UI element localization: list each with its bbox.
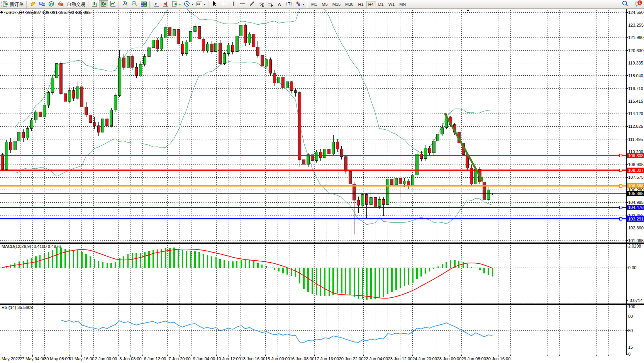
trendline-button[interactable]	[247, 0, 256, 8]
rsi-scale-label: 0	[628, 352, 630, 356]
notifications-button[interactable]: 1	[633, 1, 641, 8]
timeframe-W1[interactable]: W1	[386, 1, 397, 8]
time-tick-label: 13 Jun 16:00	[241, 356, 266, 361]
price-line-badge-label: 106.688	[628, 183, 644, 188]
chart-title: USOil-,H4 105.887 106.001 105.790 105.89…	[5, 10, 91, 15]
cursor-icon	[212, 1, 218, 8]
chevron-down-icon: ▾	[179, 3, 181, 6]
time-tick-label: 15 Jun 00:00	[265, 356, 290, 361]
price-tick-label: 104.985	[628, 200, 644, 205]
time-tick-label: 28 Jun 00:00	[437, 356, 462, 361]
price-tick-label: 107.575	[628, 175, 644, 180]
zoom-in-button[interactable]	[120, 0, 130, 8]
macd-indicator-label: MACD(12,26,9) -0.4100 0.4876	[2, 244, 61, 249]
timeframe-H1[interactable]: H1	[356, 1, 366, 8]
equidistant-channel-button[interactable]: E	[256, 0, 266, 8]
market-watch-button[interactable]	[37, 0, 47, 8]
time-tick-label: 2 Jun 00:00	[95, 356, 117, 361]
time-tick-label: 10 Jun 12:00	[216, 356, 241, 361]
line-chart-icon	[110, 1, 116, 8]
time-tick-label: 24 Jun 20:00	[412, 356, 437, 361]
line-chart-button[interactable]	[108, 0, 117, 8]
price-tick-label: 108.905	[628, 162, 644, 167]
highlighter-icon	[30, 1, 36, 8]
svg-text:A: A	[278, 2, 281, 7]
horizontal-line-button[interactable]	[238, 0, 247, 8]
svg-text:E: E	[262, 3, 264, 7]
chart-window: 124.550123.255121.960120.630119.335118.0…	[0, 9, 644, 363]
price-tick-label: 114.120	[628, 111, 643, 116]
objects-list-button[interactable]	[161, 0, 170, 8]
vertical-line-button[interactable]	[229, 0, 238, 8]
text-button[interactable]: A	[275, 0, 284, 8]
navigator-button[interactable]	[47, 0, 56, 8]
timeframe-M5[interactable]: M5	[319, 1, 330, 8]
rsi-scale-label: 80	[628, 314, 633, 319]
crosshair-icon	[221, 1, 227, 8]
trendline-icon	[249, 1, 255, 8]
indicators-button[interactable]	[151, 0, 161, 8]
timeframe-M1[interactable]: M1	[309, 1, 319, 8]
toolbar-grip	[88, 2, 88, 7]
price-tick-label: 118.040	[628, 73, 643, 78]
market-button[interactable]	[56, 0, 65, 8]
zoom-in-icon	[122, 1, 128, 8]
fibonacci-icon: F	[267, 1, 273, 8]
new-order-label: 新订单	[10, 1, 24, 8]
cursor-button[interactable]	[210, 0, 219, 8]
toolbar-right-group: 1	[620, 0, 642, 8]
profiles-button[interactable]	[28, 0, 37, 8]
horizontal-line-icon	[239, 1, 246, 8]
time-tick-label: 3 Jun 08:00	[119, 356, 142, 361]
chart-canvas[interactable]: 124.550123.255121.960120.630119.335118.0…	[0, 9, 644, 363]
time-tick-label: 23 Jun 12:00	[388, 356, 413, 361]
auto-trading-button[interactable]: 自动交易	[65, 0, 87, 8]
time-tick-label: 20 Jun 22:00	[339, 356, 364, 361]
tile-windows-button[interactable]	[139, 0, 148, 8]
vertical-line-icon	[230, 1, 236, 8]
timeframe-H4[interactable]: H4	[366, 1, 376, 8]
timeframe-M15[interactable]: M15	[330, 1, 343, 8]
arrows-button[interactable]: ▾	[293, 0, 306, 8]
templates-button[interactable]: ▾	[195, 0, 207, 8]
separator	[307, 1, 308, 8]
candlestick-chart-button[interactable]	[99, 0, 108, 8]
current-price-badge-label: 105.895	[628, 191, 644, 196]
timeframe-D1[interactable]: D1	[376, 1, 386, 8]
monitors-icon	[39, 1, 45, 8]
objects-list-icon	[162, 1, 168, 8]
price-tick-label: 123.255	[628, 23, 644, 27]
price-tick-label: 121.960	[628, 35, 644, 40]
template-chart-icon	[196, 1, 202, 8]
add-template-icon	[171, 1, 178, 8]
svg-text:F: F	[271, 3, 273, 7]
bar-chart-icon	[91, 1, 97, 8]
new-order-icon	[2, 1, 8, 8]
macd-scale-label: -3.0714	[628, 298, 642, 303]
text-label-button[interactable]: T	[284, 0, 293, 8]
new-order-button[interactable]: 新订单	[1, 0, 25, 8]
timeframe-toolbar: M1M5M15M30H1H4D1W1MN	[309, 1, 408, 8]
svg-text:T: T	[288, 2, 291, 6]
zoom-out-button[interactable]	[130, 0, 139, 8]
main-toolbar: 新订单 自动交易 ▾ ▾ ▾ E F A T ▾ M1M5M15M30H1H4D…	[0, 0, 644, 9]
auto-trading-label: 自动交易	[67, 1, 85, 8]
add-template-button[interactable]: ▾	[170, 0, 182, 8]
periods-button[interactable]: ▾	[182, 0, 195, 8]
price-tick-label: 120.630	[628, 48, 644, 53]
macd-scale-label: 2.0298	[628, 244, 641, 248]
tile-windows-icon	[141, 1, 147, 8]
radar-icon	[48, 1, 54, 8]
price-line-badge-label: 104.476	[628, 205, 644, 210]
price-line-badge-label: 103.291	[628, 217, 644, 221]
search-button[interactable]	[620, 0, 630, 8]
timeframe-MN[interactable]: MN	[397, 1, 408, 8]
price-line-badge-label: 108.307	[628, 168, 644, 173]
channel-icon: E	[258, 1, 264, 8]
notification-badge: 1	[637, 0, 642, 5]
timeframe-M30[interactable]: M30	[343, 1, 356, 8]
fibonacci-button[interactable]: F	[266, 0, 275, 8]
bar-chart-button[interactable]	[90, 0, 99, 8]
crosshair-button[interactable]	[219, 0, 229, 8]
time-tick-label: 29 Jun 08:00	[461, 356, 486, 361]
